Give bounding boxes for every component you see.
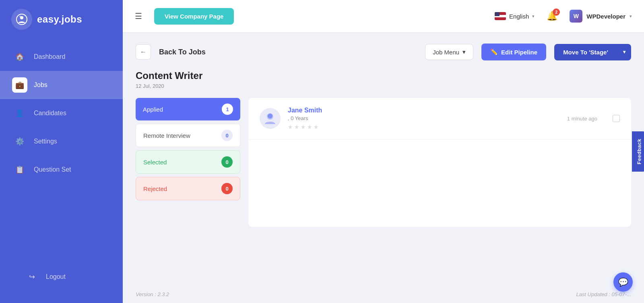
- sidebar-item-label: Dashboard: [34, 53, 65, 60]
- avatar: [260, 108, 281, 129]
- sidebar-item-label: Jobs: [34, 81, 47, 89]
- user-chevron-icon: ▾: [630, 14, 632, 19]
- stage-remote-interview-badge: 0: [221, 130, 233, 141]
- sidebar-item-jobs[interactable]: 💼 Jobs: [0, 71, 123, 99]
- candidates-icon: 👤: [12, 106, 27, 121]
- view-company-button[interactable]: View Company Page: [154, 8, 234, 25]
- star-4: ★: [307, 124, 312, 130]
- sidebar-item-label: Settings: [34, 138, 57, 145]
- candidate-checkbox[interactable]: [613, 115, 620, 122]
- sidebar-item-settings[interactable]: ⚙️ Settings: [0, 127, 123, 156]
- stage-rejected-badge: 0: [221, 183, 233, 194]
- job-date: 12 Jul, 2020: [136, 83, 631, 89]
- svg-point-4: [268, 114, 272, 118]
- candidate-name[interactable]: Jane Smith: [288, 107, 560, 114]
- chevron-down-icon: ▾: [532, 14, 535, 19]
- stage-rejected[interactable]: Rejected 0: [136, 177, 240, 200]
- question-set-icon: 📋: [12, 162, 27, 177]
- candidate-rating: ★ ★ ★ ★ ★: [288, 124, 560, 130]
- language-selector[interactable]: English ▾: [495, 12, 535, 20]
- flag-icon: [495, 12, 506, 20]
- sidebar: easy.jobs 🏠 Dashboard 💼 Jobs 👤 Candidate…: [0, 0, 123, 303]
- candidate-experience: , 0 Years: [288, 115, 560, 121]
- stage-remote-interview-label: Remote Interview: [143, 132, 190, 139]
- job-title-section: Content Writer 12 Jul, 2020: [136, 70, 631, 89]
- job-menu-label: Job Menu: [433, 49, 459, 56]
- sidebar-item-label: Question Set: [34, 166, 71, 173]
- pipeline-stages: Applied 1 Remote Interview 0 Selected 0 …: [136, 98, 240, 227]
- stage-applied-badge: 1: [222, 104, 233, 115]
- home-icon: 🏠: [12, 49, 27, 64]
- notification-badge: 2: [553, 8, 560, 16]
- logout-icon: ↪: [24, 269, 39, 284]
- main-content: ☰ View Company Page English ▾ 🔔 2 W WPDe…: [123, 0, 644, 303]
- star-3: ★: [301, 124, 306, 130]
- footer: Version : 2.3.2 Last Updated : 05-07-...: [123, 286, 644, 303]
- job-title: Content Writer: [136, 70, 631, 81]
- sidebar-item-label: Candidates: [34, 110, 66, 117]
- stage-applied[interactable]: Applied 1: [136, 98, 240, 120]
- move-to-stage-button[interactable]: Move To 'Stage' ▾: [554, 44, 631, 60]
- stage-applied-label: Applied: [143, 106, 163, 113]
- back-label: Back To Jobs: [159, 48, 206, 56]
- header: ☰ View Company Page English ▾ 🔔 2 W WPDe…: [123, 0, 644, 32]
- language-label: English: [509, 13, 529, 20]
- star-5: ★: [314, 124, 319, 130]
- logout-area: ↪ Logout: [0, 255, 123, 303]
- user-name: WPDeveloper: [586, 13, 625, 20]
- user-menu[interactable]: W WPDeveloper ▾: [570, 10, 632, 23]
- chat-icon: 💬: [618, 277, 628, 287]
- edit-pipeline-button[interactable]: ✏️ Edit Pipeline: [481, 44, 546, 60]
- sidebar-item-dashboard[interactable]: 🏠 Dashboard: [0, 43, 123, 71]
- page-content: ← Back To Jobs Job Menu ▾ ✏️ Edit Pipeli…: [123, 32, 644, 286]
- logout-button[interactable]: ↪ Logout: [12, 263, 111, 291]
- sidebar-nav: 🏠 Dashboard 💼 Jobs 👤 Candidates ⚙️ Setti…: [0, 39, 123, 255]
- move-to-stage-label: Move To 'Stage': [554, 44, 617, 60]
- sidebar-item-candidates[interactable]: 👤 Candidates: [0, 99, 123, 127]
- logo-text: easy.jobs: [37, 14, 82, 25]
- pipeline-area: Applied 1 Remote Interview 0 Selected 0 …: [136, 98, 631, 227]
- version-label: Version : 2.3.2: [136, 291, 169, 297]
- stage-selected[interactable]: Selected 0: [136, 150, 240, 174]
- stage-selected-label: Selected: [143, 159, 167, 166]
- logo-icon: [11, 9, 32, 30]
- stage-remote-interview[interactable]: Remote Interview 0: [136, 124, 240, 147]
- candidate-list: Jane Smith , 0 Years ★ ★ ★ ★ ★ 1 minute …: [248, 98, 631, 227]
- candidate-time: 1 minute ago: [567, 116, 597, 122]
- back-button[interactable]: ←: [136, 44, 151, 60]
- top-bar: ← Back To Jobs Job Menu ▾ ✏️ Edit Pipeli…: [136, 44, 631, 60]
- logo-area: easy.jobs: [0, 0, 123, 39]
- move-to-stage-chevron-icon: ▾: [617, 44, 631, 60]
- notification-bell[interactable]: 🔔 2: [547, 11, 557, 21]
- chat-button[interactable]: 💬: [613, 272, 633, 292]
- stage-rejected-label: Rejected: [143, 185, 167, 192]
- logout-label: Logout: [46, 273, 66, 280]
- user-logo-icon: W: [570, 10, 582, 23]
- candidate-info: Jane Smith , 0 Years ★ ★ ★ ★ ★: [288, 107, 560, 130]
- star-1: ★: [288, 124, 293, 130]
- job-menu-chevron-icon: ▾: [462, 48, 466, 56]
- jobs-icon: 💼: [12, 77, 27, 93]
- sidebar-item-question-set[interactable]: 📋 Question Set: [0, 156, 123, 184]
- edit-pipeline-label: Edit Pipeline: [501, 49, 537, 56]
- svg-point-2: [19, 16, 21, 17]
- settings-icon: ⚙️: [12, 134, 27, 149]
- hamburger-icon[interactable]: ☰: [135, 11, 142, 21]
- last-updated-label: Last Updated : 05-07-...: [576, 291, 631, 297]
- stage-selected-badge: 0: [221, 156, 233, 168]
- table-row: Jane Smith , 0 Years ★ ★ ★ ★ ★ 1 minute …: [248, 98, 631, 139]
- star-2: ★: [294, 124, 299, 130]
- feedback-tab[interactable]: Feedback: [632, 131, 644, 172]
- pencil-icon: ✏️: [490, 48, 498, 56]
- job-menu-button[interactable]: Job Menu ▾: [425, 44, 473, 60]
